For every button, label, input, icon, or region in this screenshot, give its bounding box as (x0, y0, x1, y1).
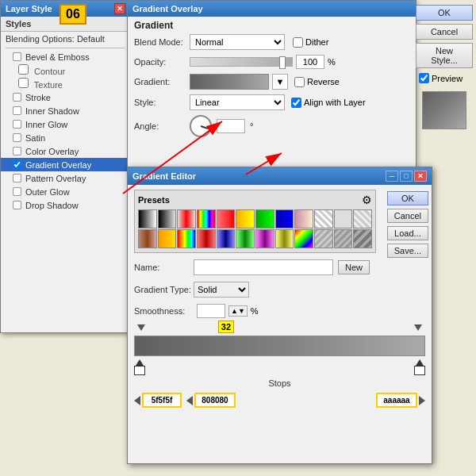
smoothness-stepper[interactable]: ▲▼ (228, 305, 248, 317)
ge-save-button[interactable]: Save... (387, 244, 428, 258)
angle-input[interactable]: 18 (217, 119, 245, 133)
color-stop-3-value[interactable]: aaaaaa (376, 393, 417, 408)
align-layer-checkbox[interactable] (291, 98, 301, 108)
pattern-overlay-label: Pattern Overlay (25, 174, 86, 183)
preset-black-transparent[interactable] (158, 209, 177, 228)
pattern-overlay-checkbox[interactable] (13, 174, 21, 182)
layer-item-drop-shadow[interactable]: Drop Shadow (1, 198, 130, 212)
preset-checker-diagonal[interactable] (314, 229, 333, 248)
angle-dial[interactable] (190, 115, 212, 137)
inner-glow-checkbox[interactable] (13, 120, 21, 129)
gradient-overlay-checkbox[interactable] (13, 160, 21, 169)
stop-right-marker[interactable] (414, 359, 425, 375)
opacity-stop-left[interactable] (137, 324, 145, 332)
preset-bw[interactable] (138, 209, 157, 228)
gradient-bar[interactable]: 32 (134, 336, 425, 356)
gradient-editor-minimize-btn[interactable]: ─ (386, 171, 398, 182)
preset-red-transparent[interactable] (177, 209, 196, 228)
bevel-checkbox[interactable] (13, 52, 21, 61)
opacity-slider[interactable] (190, 57, 293, 67)
preset-spectrum[interactable] (177, 229, 196, 248)
smoothness-input[interactable]: 100 (197, 304, 225, 318)
inner-shadow-checkbox[interactable] (13, 106, 21, 115)
layer-item-bevel[interactable]: Bevel & Emboss (1, 50, 130, 63)
preset-red[interactable] (217, 209, 236, 228)
global-buttons-panel: OK Cancel New Style... Preview (413, 0, 476, 137)
preset-orange-yellow[interactable] (236, 209, 255, 228)
gradient-swatch-container: ▼ (190, 74, 288, 90)
preset-blue[interactable] (275, 209, 294, 228)
color-stop-2-value[interactable]: 808080 (194, 393, 236, 408)
blend-mode-select[interactable]: Normal (190, 34, 285, 50)
gradient-editor-close-btn[interactable]: ✕ (414, 171, 427, 182)
preset-yellow-mid[interactable] (275, 229, 294, 248)
preset-gray[interactable] (334, 209, 353, 228)
ok-button[interactable]: OK (416, 5, 473, 21)
layer-style-close-btn[interactable]: ✕ (114, 3, 125, 14)
contour-item[interactable]: Contour (1, 63, 130, 77)
blend-mode-label: Blend Mode: (134, 37, 190, 47)
contour-checkbox[interactable] (18, 64, 29, 75)
texture-checkbox[interactable] (18, 78, 29, 88)
new-style-button[interactable]: New Style... (416, 43, 473, 68)
preset-copper[interactable] (138, 229, 157, 248)
satin-checkbox[interactable] (13, 133, 21, 142)
stop-right-box (414, 366, 425, 375)
layer-item-outer-glow[interactable]: Outer Glow (1, 185, 130, 198)
ge-ok-button[interactable]: OK (387, 191, 428, 205)
ge-cancel-button[interactable]: Cancel (387, 209, 428, 223)
preset-rainbow[interactable] (197, 209, 216, 228)
gradient-dropdown-btn[interactable]: ▼ (272, 74, 288, 90)
gradient-swatch[interactable] (190, 74, 269, 90)
layer-item-color-overlay[interactable]: Color Overlay (1, 144, 130, 158)
stop-left-box (134, 366, 145, 375)
align-layer-label: Align with Layer (304, 98, 366, 107)
new-button[interactable]: New (338, 260, 370, 274)
outer-glow-label: Outer Glow (25, 187, 70, 197)
presets-gear-icon[interactable]: ⚙ (362, 194, 372, 206)
layer-item-inner-glow[interactable]: Inner Glow (1, 117, 130, 131)
dither-checkbox[interactable] (293, 37, 303, 48)
ge-load-button[interactable]: Load... (387, 226, 428, 240)
opacity-input[interactable] (296, 55, 324, 69)
preset-gold[interactable] (158, 229, 177, 248)
stroke-checkbox[interactable] (13, 93, 21, 102)
preset-green[interactable] (255, 209, 274, 228)
style-label: Style: (134, 98, 190, 107)
texture-item[interactable]: Texture (1, 77, 130, 90)
preview-checkbox[interactable] (419, 73, 429, 83)
style-select[interactable]: Linear (190, 94, 285, 110)
gradient-type-select[interactable]: Solid (194, 282, 249, 298)
color-stop-1-value[interactable]: 5f5f5f (142, 393, 182, 408)
preset-tan[interactable] (294, 209, 313, 228)
preset-red-dark[interactable] (197, 229, 216, 248)
layer-item-stroke[interactable]: Stroke (1, 90, 130, 104)
color-overlay-checkbox[interactable] (13, 147, 21, 155)
gradient-label: Gradient: (134, 77, 190, 86)
cancel-button[interactable]: Cancel (416, 24, 473, 40)
blending-label[interactable]: Blending Options: Default (1, 32, 130, 46)
layer-item-pattern-overlay[interactable]: Pattern Overlay (1, 171, 130, 185)
layer-item-satin[interactable]: Satin (1, 131, 130, 144)
preset-checker2[interactable] (353, 209, 372, 228)
preset-checker1[interactable] (314, 209, 333, 228)
stop-left-marker[interactable] (134, 359, 145, 375)
opacity-stop-right[interactable] (414, 324, 422, 332)
color-stop-1-arrow (134, 396, 140, 405)
preset-green-mid[interactable] (236, 229, 255, 248)
preset-purple-mid[interactable] (255, 229, 274, 248)
gradient-editor-maximize-btn[interactable]: □ (400, 171, 413, 182)
layer-item-inner-shadow[interactable]: Inner Shadow (1, 104, 130, 117)
angle-unit: ° (250, 121, 253, 131)
name-row: Name: Custom New (128, 258, 376, 277)
preset-diagonal-rainbow[interactable] (294, 229, 313, 248)
opacity-row: Opacity: % (128, 53, 416, 71)
preset-checker-dark[interactable] (334, 229, 353, 248)
drop-shadow-checkbox[interactable] (13, 201, 21, 209)
reverse-checkbox[interactable] (294, 77, 305, 87)
preset-blue-mid[interactable] (217, 229, 236, 248)
outer-glow-checkbox[interactable] (13, 187, 21, 196)
preset-checker-dark2[interactable] (353, 229, 372, 248)
name-input[interactable]: Custom (194, 259, 333, 275)
layer-item-gradient-overlay[interactable]: Gradient Overlay (1, 158, 130, 171)
